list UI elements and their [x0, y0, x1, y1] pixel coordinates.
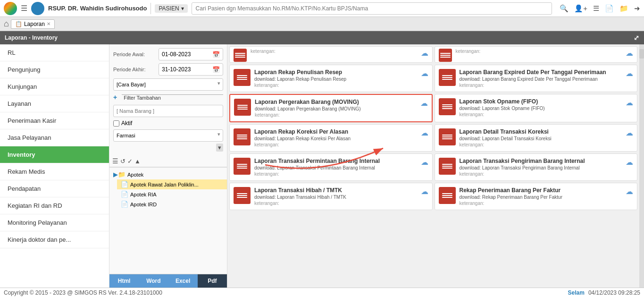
periode-awal-calendar-icon: 📅	[212, 51, 220, 58]
report-card-title-laporan-rekap-penulisan-resep: Laporan Rekap Penulisan Resep	[254, 69, 417, 76]
sidebar-item-monitoring[interactable]: Monitoring Pelayanan	[0, 214, 109, 231]
report-card-laporan-stok-opname[interactable]: Laporan Stok Opname (FIFO) download: Lap…	[435, 94, 638, 122]
report-card-laporan-transaksi-pengiriman[interactable]: Laporan Transaksi Pengiriman Barang Inte…	[435, 153, 638, 181]
tree-expand-icon[interactable]: ▲	[134, 158, 141, 165]
report-card-download-laporan-barang-expired: download: Laporan Barang Expired Date Pe…	[460, 76, 622, 82]
aktif-checkbox-row: Aktif	[113, 120, 223, 127]
document-icon[interactable]: 📄	[605, 4, 614, 13]
sidebar-item-jasa-pelayanan[interactable]: Jasa Pelayanan	[0, 129, 109, 146]
report-card-laporan-transaksi-hibah[interactable]: Laporan Transaksi Hibah / TMTK download:…	[229, 183, 433, 210]
report-card-laporan-detail-transaksi[interactable]: Laporan Detail Transaksi Koreksi downloa…	[435, 124, 638, 152]
tab-label: Laporan	[24, 21, 45, 27]
report-card-download-btn-rekap-penerimaan-barang[interactable]: ☁	[626, 187, 633, 195]
patient-search-input[interactable]	[192, 2, 552, 15]
list-icon[interactable]: ☰	[593, 4, 599, 13]
report-card-title-laporan-detail-transaksi: Laporan Detail Transaksi Koreksi	[460, 128, 622, 135]
report-card-download-btn-laporan-detail-transaksi[interactable]: ☁	[626, 129, 633, 137]
footer-datetime: 04/12/2023 09:28:25	[588, 289, 640, 296]
report-card-laporan-rekap-penulisan-resep[interactable]: Laporan Rekap Penulisan Resep download: …	[229, 65, 433, 92]
tree-check-icon[interactable]: ✓	[127, 158, 133, 165]
menu-icon[interactable]: ☰	[21, 4, 27, 13]
content-wrapper: keterangan: ☁ keterangan: ☁	[227, 44, 639, 288]
html-button[interactable]: Html	[109, 274, 139, 288]
word-button[interactable]: Word	[139, 274, 168, 288]
report-card-download-btn-laporan-barang-expired[interactable]: ☁	[626, 69, 633, 77]
tree-item-apotek-rawat-jalan[interactable]: 📄 Apotek Rawat Jalan Poliklin...	[117, 179, 227, 189]
tree-item-apotek-ria[interactable]: 📄 Apotek RIA	[117, 189, 227, 199]
report-card-download-laporan-detail-transaksi: download: Laporan Detail Transaksi Korek…	[460, 136, 622, 141]
report-card-icon-laporan-barang-expired	[439, 69, 456, 86]
sidebar-item-pendapatan[interactable]: Pendapatan	[0, 180, 109, 197]
report-card-download-btn-laporan-rekap-penulisan-resep[interactable]: ☁	[421, 69, 428, 77]
sidebar-item-kunjungan[interactable]: Kunjungan	[0, 78, 109, 95]
periode-akhir-input[interactable]: 31-10-2023 📅	[159, 63, 223, 76]
pdf-button[interactable]: Pdf	[198, 274, 227, 288]
report-card-title-laporan-transaksi-hibah: Laporan Transaksi Hibah / TMTK	[254, 187, 417, 194]
sidebar-item-rekam-medis[interactable]: Rekam Medis	[0, 163, 109, 180]
logout-icon[interactable]: ➜	[634, 4, 640, 13]
section-expand-icon[interactable]: ⤢	[634, 34, 639, 42]
report-card-download-btn-laporan-pergerakan-barang[interactable]: ☁	[420, 99, 428, 107]
tree-list-icon[interactable]: ☰	[112, 157, 118, 165]
excel-button[interactable]: Excel	[168, 274, 198, 288]
report-card-download-btn-laporan-transaksi-permintaan[interactable]: ☁	[421, 158, 428, 166]
report-card-title-laporan-rekap-koreksi: Laporan Rekap Koreksi Per Alasan	[254, 128, 417, 135]
partial-card-2-download-icon[interactable]: ☁	[626, 49, 633, 58]
cara-bayar-select[interactable]: [Cara Bayar]	[113, 78, 223, 91]
search-icon[interactable]: 🔍	[560, 4, 569, 13]
report-card-icon-laporan-rekap-penulisan-resep	[234, 69, 251, 86]
content-scrollbar[interactable]	[639, 44, 644, 288]
report-card-download-laporan-transaksi-permintaan: download: Laporan Transaksi Permintaan B…	[254, 165, 417, 170]
sidebar-item-rl[interactable]: RL	[0, 44, 109, 61]
tab-close-icon[interactable]: ✕	[47, 21, 50, 26]
add-user-icon[interactable]: 👤+	[574, 4, 587, 13]
report-card-icon-laporan-pergerakan-barang	[234, 99, 251, 116]
report-card-laporan-rekap-koreksi[interactable]: Laporan Rekap Koreksi Per Alasan downloa…	[229, 124, 433, 152]
report-card-download-btn-laporan-transaksi-pengiriman[interactable]: ☁	[626, 158, 633, 166]
report-card-download-btn-laporan-transaksi-hibah[interactable]: ☁	[421, 187, 428, 195]
sidebar-item-kegiatan-ri[interactable]: Kegiatan RI dan RD	[0, 197, 109, 214]
laporan-tab[interactable]: 📋 Laporan ✕	[11, 19, 55, 29]
periode-awal-input[interactable]: 01-08-2023 📅	[159, 48, 223, 60]
report-card-download-btn-laporan-rekap-koreksi[interactable]: ☁	[421, 129, 428, 137]
report-card-download-btn-laporan-stok-opname[interactable]: ☁	[626, 99, 633, 107]
report-card-laporan-barang-expired[interactable]: Laporan Barang Expired Date Per Tanggal …	[435, 65, 638, 92]
filter-tambahan-btn[interactable]: Filter Tambahan	[113, 93, 223, 101]
report-card-action-laporan-rekap-koreksi: ☁	[421, 128, 428, 137]
report-card-action-laporan-rekap-penulisan-resep: ☁	[421, 69, 428, 78]
report-card-keterangan-laporan-barang-expired: keterangan:	[460, 83, 622, 88]
scrollbar-thumb[interactable]	[639, 49, 644, 59]
report-card-laporan-transaksi-permintaan[interactable]: Laporan Transaksi Permintaan Barang Inte…	[229, 153, 433, 181]
sidebar-item-layanan[interactable]: Layanan	[0, 95, 109, 112]
partial-card-2[interactable]: keterangan: ☁	[435, 46, 638, 63]
folder-icon[interactable]: 📁	[619, 4, 628, 13]
sidebar-item-inventory[interactable]: Inventory	[0, 146, 109, 163]
tree-refresh-icon[interactable]: ↺	[120, 158, 125, 165]
report-card-keterangan-laporan-stok-opname: keterangan:	[460, 112, 622, 117]
filter-tree: ▶📁 Apotek 📄 Apotek Rawat Jalan Poliklin.…	[109, 167, 227, 274]
report-card-laporan-pergerakan-barang[interactable]: Laporan Pergerakan Barang (MOVING) downl…	[229, 94, 433, 122]
partial-card-1-download-icon[interactable]: ☁	[421, 49, 428, 58]
report-card-content-rekap-penerimaan-barang: Rekap Penerimaan Barang Per Faktur downl…	[460, 187, 622, 206]
sidebar-item-penerimaan-kasir[interactable]: Penerimaan Kasir	[0, 112, 109, 129]
nama-barang-input[interactable]	[113, 105, 223, 117]
tree-item-apotek[interactable]: ▶📁 Apotek	[109, 170, 227, 179]
apotek-ria-file-icon: 📄	[121, 191, 128, 198]
report-card-rekap-penerimaan-barang[interactable]: Rekap Penerimaan Barang Per Faktur downl…	[435, 183, 638, 210]
report-card-content-laporan-transaksi-permintaan: Laporan Transaksi Permintaan Barang Inte…	[254, 158, 417, 177]
pasien-label: PASIEN	[159, 5, 179, 12]
sidebar-item-pengunjung[interactable]: Pengunjung	[0, 61, 109, 78]
pasien-selector[interactable]: PASIEN ▾	[155, 4, 187, 13]
tree-item-apotek-ird[interactable]: 📄 Apotek IRD	[117, 199, 227, 209]
report-card-action-laporan-pergerakan-barang: ☁	[420, 99, 428, 108]
topbar: ☰ RSUP. DR. Wahidin Sudirohusodo PASIEN …	[0, 0, 644, 17]
cara-bayar-row: [Cara Bayar]	[113, 78, 223, 91]
sidebar-item-kinerja[interactable]: Kinerja doktor dan pe...	[0, 231, 109, 248]
partial-card-1[interactable]: keterangan: ☁	[229, 46, 433, 63]
aktif-checkbox[interactable]	[113, 120, 119, 127]
farmasi-select[interactable]: Farmasi	[113, 129, 223, 142]
report-card-keterangan-laporan-rekap-koreksi: keterangan:	[254, 142, 417, 147]
home-tab-icon[interactable]: ⌂	[4, 19, 9, 29]
footer-copyright: Copyright © 2015 - 2023 @ SIMGOS RS Ver.…	[4, 289, 162, 296]
farmasi-expand-icon[interactable]: ▾	[216, 144, 223, 152]
